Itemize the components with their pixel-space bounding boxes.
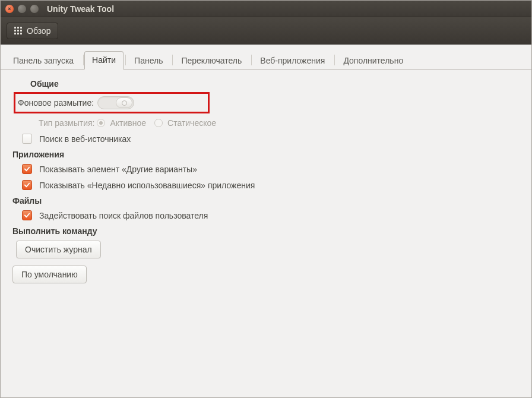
- checkbox-search-web-label: Поиск в веб-источниках: [39, 134, 131, 144]
- checkbox-user-file-search[interactable]: [22, 210, 32, 220]
- radio-blur-static-label: Статическое: [167, 118, 216, 128]
- background-blur-switch[interactable]: [97, 96, 134, 109]
- restore-defaults-button[interactable]: По умолчанию: [12, 266, 87, 283]
- toolbar: Обзор: [1, 17, 531, 45]
- overview-button[interactable]: Обзор: [7, 23, 58, 39]
- switch-knob: [116, 97, 132, 108]
- row-show-recent: Показывать «Недавно использовавшиеся» пр…: [12, 179, 520, 191]
- tab-launcher[interactable]: Панель запуска: [5, 52, 81, 70]
- tab-panel[interactable]: Панель: [126, 52, 170, 70]
- radio-blur-active: [97, 119, 105, 127]
- section-files-title: Файлы: [12, 196, 520, 206]
- checkbox-show-more[interactable]: [22, 164, 32, 174]
- clear-history-button-label: Очистить журнал: [25, 245, 92, 254]
- checkbox-user-file-search-label: Задействовать поиск файлов пользователя: [39, 211, 208, 220]
- restore-defaults-button-label: По умолчанию: [21, 270, 78, 279]
- radio-blur-active-label: Активное: [110, 118, 146, 128]
- close-icon[interactable]: ×: [5, 5, 14, 13]
- tab-switcher[interactable]: Переключатель: [173, 52, 249, 70]
- tab-search[interactable]: Найти: [84, 51, 124, 70]
- overview-icon: [14, 27, 22, 34]
- checkbox-show-recent[interactable]: [22, 180, 32, 190]
- tabs: Панель запуска Найти Панель Переключател…: [1, 45, 531, 70]
- highlight-box: Фоновое размытие:: [14, 92, 210, 113]
- radio-blur-static: [154, 119, 163, 127]
- checkbox-show-more-label: Показывать элемент «Другие варианты»: [39, 165, 197, 174]
- maximize-icon[interactable]: [30, 5, 39, 13]
- tab-webapps[interactable]: Веб-приложения: [252, 52, 332, 70]
- blur-type-label: Тип размытия:: [39, 118, 94, 128]
- app-window: × Unity Tweak Tool Обзор Панель запуска …: [0, 0, 532, 398]
- tab-separator: [83, 55, 84, 65]
- overview-button-label: Обзор: [27, 26, 50, 36]
- row-search-web: Поиск в веб-источниках: [12, 132, 520, 145]
- blur-type-row: Тип размытия: Активное Статическое: [12, 118, 520, 128]
- window-title: Unity Tweak Tool: [47, 4, 114, 14]
- tab-separator: [125, 55, 126, 65]
- titlebar: × Unity Tweak Tool: [1, 1, 531, 17]
- section-apps-title: Приложения: [12, 150, 520, 159]
- clear-history-button[interactable]: Очистить журнал: [16, 241, 101, 258]
- section-run-title: Выполнить команду: [12, 226, 520, 236]
- tab-separator: [251, 55, 252, 65]
- minimize-icon[interactable]: [18, 5, 26, 13]
- tab-separator: [334, 55, 335, 65]
- content-area: Общие Фоновое размытие: Тип размытия: Ак…: [1, 70, 531, 397]
- checkbox-show-recent-label: Показывать «Недавно использовавшиеся» пр…: [39, 181, 255, 190]
- section-general-title: Общие: [30, 79, 520, 89]
- switch-knob-dot-icon: [122, 100, 127, 106]
- row-show-more: Показывать элемент «Другие варианты»: [12, 163, 520, 175]
- tab-separator: [172, 55, 173, 65]
- tab-additional[interactable]: Дополнительно: [335, 52, 411, 70]
- row-user-file-search: Задействовать поиск файлов пользователя: [12, 209, 520, 222]
- checkbox-search-web[interactable]: [22, 134, 32, 144]
- window-controls: ×: [5, 5, 39, 13]
- background-blur-label: Фоновое размытие:: [18, 98, 94, 108]
